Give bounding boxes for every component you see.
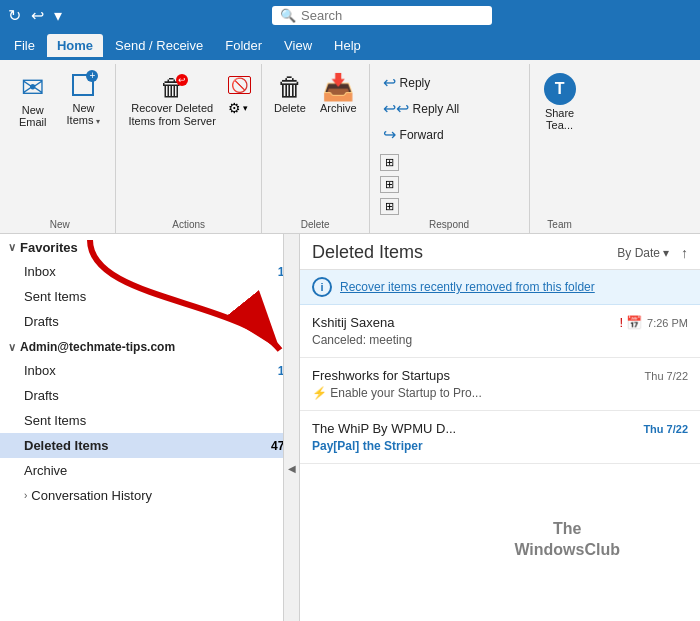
menu-home[interactable]: Home (47, 34, 103, 57)
drafts-fav-label: Drafts (24, 314, 291, 329)
ribbon-group-respond: ↩ Reply ↩↩ Reply All ↪ Forward ⊞ ⊞ (370, 64, 530, 233)
menu-folder[interactable]: Folder (215, 34, 272, 57)
sidebar-item-sent[interactable]: Sent Items (0, 408, 299, 433)
teams-group-label: Team (536, 217, 584, 233)
conversation-label: Conversation History (31, 488, 291, 503)
sort-button[interactable]: By Date ▾ (611, 244, 675, 262)
actions-dropdown-arrow: ▾ (243, 103, 248, 113)
favorites-header[interactable]: ∨ Favorites (0, 234, 299, 259)
email-item-header: The WhiP By WPMU D... Thu 7/22 (312, 421, 688, 436)
reply-all-icon: ↩↩ (383, 99, 409, 118)
email-time: 7:26 PM (647, 317, 688, 329)
search-box[interactable]: 🔍 (272, 6, 492, 25)
sidebar-item-sent-fav[interactable]: Sent Items (0, 284, 299, 309)
delete-group-buttons: 🗑 Delete 📥 Archive (268, 66, 363, 217)
sidebar-item-inbox-fav[interactable]: Inbox 18 (0, 259, 299, 284)
archive-label: Archive (320, 102, 357, 115)
menu-help[interactable]: Help (324, 34, 371, 57)
more-respond-btn3[interactable]: ⊞ (376, 196, 403, 217)
email-meta: ! 📅 7:26 PM (619, 315, 688, 330)
content-title: Deleted Items (312, 242, 611, 263)
sidebar-collapse-button[interactable]: ◀ (283, 234, 299, 621)
account-header[interactable]: ∨ Admin@techmate-tips.com (0, 334, 299, 358)
share-teams-label: ShareTea... (545, 107, 574, 131)
ribbon-group-new: ✉ NewEmail + NewItems ▾ New (4, 64, 116, 233)
new-email-button[interactable]: ✉ NewEmail (10, 70, 56, 132)
main-layout: ◀ ∨ Favorites Inbox 18 Sent Items Drafts… (0, 234, 700, 621)
sidebar-item-archive[interactable]: Archive 9 (0, 458, 299, 483)
search-icon: 🔍 (280, 8, 296, 23)
deleted-label: Deleted Items (24, 438, 271, 453)
search-input[interactable] (301, 8, 484, 23)
account-title: Admin@techmate-tips.com (20, 340, 175, 354)
info-icon: i (312, 277, 332, 297)
sent-fav-label: Sent Items (24, 289, 291, 304)
sidebar-item-inbox[interactable]: Inbox 18 (0, 358, 299, 383)
archive-icon: 📥 (322, 74, 354, 100)
new-items-dropdown-arrow: ▾ (96, 117, 100, 126)
favorites-chevron: ∨ (8, 241, 16, 254)
recover-banner[interactable]: i Recover items recently removed from th… (300, 270, 700, 305)
email-meta: Thu 7/22 (643, 423, 688, 435)
delete-group-label: Delete (268, 217, 363, 233)
forward-button[interactable]: ↪ Forward (376, 122, 467, 147)
refresh-icon[interactable]: ↻ (8, 6, 21, 25)
menu-bar: File Home Send / Receive Folder View Hel… (0, 30, 700, 60)
content-area: Deleted Items By Date ▾ ↑ i Recover item… (300, 234, 700, 621)
ribbon-group-actions: 🗑 ↩ Recover DeletedItems from Server 🚫 ⚙… (116, 64, 261, 233)
email-item-header: Kshitij Saxena ! 📅 7:26 PM (312, 315, 688, 330)
email-meta: Thu 7/22 (645, 370, 688, 382)
delete-label: Delete (274, 102, 306, 115)
new-items-button[interactable]: + NewItems ▾ (58, 70, 110, 130)
respond-group-buttons: ↩ Reply ↩↩ Reply All ↪ Forward ⊞ ⊞ (376, 66, 523, 217)
menu-send-receive[interactable]: Send / Receive (105, 34, 213, 57)
delete-button[interactable]: 🗑 Delete (268, 70, 312, 119)
title-bar: ↻ ↩ ▾ 🔍 (0, 0, 700, 30)
new-items-label: NewItems ▾ (67, 102, 101, 126)
archive-button[interactable]: 📥 Archive (314, 70, 363, 119)
actions-more-btn2[interactable]: ⚙ ▾ (224, 98, 255, 118)
forward-label: Forward (400, 128, 444, 142)
respond-extra-icon2: ⊞ (380, 176, 399, 193)
new-email-icon: ✉ (21, 74, 44, 102)
favorites-title: Favorites (20, 240, 78, 255)
forward-icon: ↪ (383, 125, 396, 144)
email-item-header: Freshworks for Startups Thu 7/22 (312, 368, 688, 383)
menu-view[interactable]: View (274, 34, 322, 57)
actions-more-btn1[interactable]: 🚫 (224, 74, 255, 96)
teams-group-buttons: T ShareTea... (536, 66, 584, 217)
email-item[interactable]: Freshworks for Startups Thu 7/22 ⚡ Enabl… (300, 358, 700, 411)
quick-access-dropdown-icon[interactable]: ▾ (54, 6, 62, 25)
recover-icon: 🗑 ↩ (160, 74, 184, 100)
block-icon: 🚫 (228, 76, 251, 94)
email-time: Thu 7/22 (643, 423, 688, 435)
reply-all-label: Reply All (413, 102, 460, 116)
recover-banner-text: Recover items recently removed from this… (340, 280, 595, 294)
ribbon-group-teams: T ShareTea... Team (530, 64, 590, 233)
share-teams-button[interactable]: T ShareTea... (536, 70, 584, 134)
email-item[interactable]: Kshitij Saxena ! 📅 7:26 PM Canceled: mee… (300, 305, 700, 358)
account-chevron: ∨ (8, 341, 16, 354)
more-respond-btn1[interactable]: ⊞ (376, 152, 403, 173)
sidebar-item-drafts-fav[interactable]: Drafts (0, 309, 299, 334)
new-group-label: New (10, 217, 109, 233)
ribbon: ✉ NewEmail + NewItems ▾ New 🗑 ↩ (0, 60, 700, 234)
email-time: Thu 7/22 (645, 370, 688, 382)
sidebar-item-conversation[interactable]: › Conversation History (0, 483, 299, 508)
menu-file[interactable]: File (4, 34, 45, 57)
undo-icon[interactable]: ↩ (31, 6, 44, 25)
sidebar-item-deleted[interactable]: Deleted Items 479 (0, 433, 299, 458)
respond-extra-icon1: ⊞ (380, 154, 399, 171)
reply-button[interactable]: ↩ Reply (376, 70, 467, 95)
reply-all-button[interactable]: ↩↩ Reply All (376, 96, 467, 121)
sidebar-item-drafts[interactable]: Drafts (0, 383, 299, 408)
recover-deleted-button[interactable]: 🗑 ↩ Recover DeletedItems from Server (122, 70, 221, 132)
email-subject: Pay[Pal] the Striper (312, 439, 688, 453)
sort-direction-button[interactable]: ↑ (681, 245, 688, 261)
rules-icon: ⚙ (228, 100, 241, 116)
email-subject: Canceled: meeting (312, 333, 688, 347)
email-item[interactable]: The WhiP By WPMU D... Thu 7/22 Pay[Pal] … (300, 411, 700, 464)
more-respond-btn2[interactable]: ⊞ (376, 174, 403, 195)
email-sender: Freshworks for Startups (312, 368, 450, 383)
sidebar: ◀ ∨ Favorites Inbox 18 Sent Items Drafts… (0, 234, 300, 621)
